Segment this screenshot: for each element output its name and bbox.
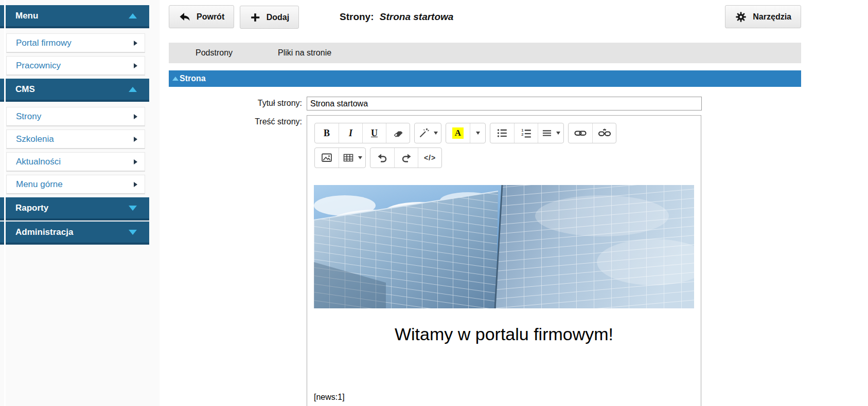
- underline-icon: U: [371, 128, 378, 139]
- codeview-icon: </>: [424, 154, 436, 162]
- editor-content[interactable]: Witamy w portalu firmowym! [news:1]: [307, 185, 701, 402]
- underline-button[interactable]: U: [362, 123, 386, 143]
- sidebar-item-label: Portal firmowy: [16, 38, 72, 48]
- title-field-label: Tytuł strony:: [169, 97, 307, 110]
- font-color-dropdown[interactable]: [470, 123, 485, 143]
- panel-title: Strona: [180, 74, 206, 83]
- back-button[interactable]: Powrót: [169, 5, 234, 28]
- content-shortcode: [news:1]: [314, 393, 694, 402]
- tab-pliki-na-stronie[interactable]: Pliki na stronie: [278, 48, 331, 58]
- magic-style-dropdown[interactable]: [415, 123, 441, 143]
- sidebar-edge-stripe: [4, 0, 6, 406]
- tab-podstrony[interactable]: Podstrony: [196, 48, 233, 58]
- style-group: [414, 123, 441, 143]
- codeview-button[interactable]: </>: [418, 148, 441, 168]
- italic-icon: I: [349, 128, 352, 139]
- wysiwyg-editor: B I U: [307, 115, 701, 406]
- table-icon: [342, 152, 355, 164]
- top-toolbar: Powrót Dodaj Strony: Strona startowa: [169, 0, 801, 36]
- sidebar-section-cms[interactable]: CMS: [0, 79, 149, 102]
- font-style-group: B I U: [314, 123, 410, 143]
- collapse-down-icon: [129, 230, 137, 235]
- clear-format-button[interactable]: [386, 123, 410, 143]
- chevron-right-icon: [134, 137, 137, 142]
- bold-button[interactable]: B: [315, 123, 339, 143]
- content-heading: Witamy w portalu firmowym!: [314, 324, 694, 345]
- undo-icon: [376, 152, 389, 164]
- svg-text:2: 2: [521, 132, 523, 137]
- page-title-separator: :: [370, 11, 374, 22]
- page-title-input[interactable]: [307, 97, 702, 110]
- ordered-list-icon: 1 2: [520, 127, 533, 139]
- insert-table-dropdown[interactable]: [339, 148, 365, 168]
- chevron-down-icon: [434, 132, 438, 135]
- chevron-right-icon: [134, 159, 137, 164]
- panel-header-strona[interactable]: Strona: [169, 70, 801, 87]
- font-color-button[interactable]: A: [446, 123, 470, 143]
- page-title: Strony: Strona startowa: [340, 11, 453, 23]
- chevron-down-icon: [358, 156, 362, 159]
- chevron-right-icon: [134, 63, 137, 68]
- app-window: Menu Portal firmowy Pracownicy CMS Stron…: [0, 0, 868, 406]
- page-title-value: Strona startowa: [380, 11, 454, 22]
- sidebar: Menu Portal firmowy Pracownicy CMS Stron…: [0, 0, 160, 406]
- link-icon: [574, 127, 587, 139]
- sidebar-item-label: Menu górne: [16, 179, 63, 190]
- insert-link-button[interactable]: [569, 123, 592, 143]
- content-image-buildings: [314, 185, 694, 308]
- sidebar-item-aktualnosci[interactable]: Aktualności: [6, 152, 145, 172]
- paragraph-group: 1 2: [490, 123, 564, 143]
- tab-bar: Podstrony Pliki na stronie: [169, 43, 801, 63]
- add-button-label: Dodaj: [267, 13, 289, 22]
- align-icon: [541, 127, 553, 139]
- sidebar-section-administracja[interactable]: Administracja: [0, 222, 149, 245]
- eraser-icon: [392, 127, 404, 139]
- sidebar-item-label: Pracownicy: [16, 61, 61, 71]
- page-title-section: Strony: [340, 11, 370, 22]
- sidebar-item-label: Szkolenia: [16, 134, 54, 144]
- sidebar-section-menu[interactable]: Menu: [0, 5, 149, 28]
- redo-icon: [400, 152, 413, 164]
- content-field-label: Treść strony:: [169, 115, 307, 406]
- sidebar-item-menu-gorne[interactable]: Menu górne: [6, 175, 145, 194]
- sidebar-item-strony[interactable]: Strony: [6, 107, 145, 126]
- page-form: Tytuł strony: Treść strony: B: [169, 97, 801, 406]
- editor-toolbar: B I U: [307, 116, 701, 168]
- sidebar-section-raporty[interactable]: Raporty: [0, 197, 149, 220]
- collapse-up-icon: [129, 13, 137, 19]
- unlink-button[interactable]: [592, 123, 616, 143]
- sidebar-item-szkolenia[interactable]: Szkolenia: [6, 130, 145, 149]
- back-arrow-icon: [179, 11, 191, 23]
- tools-button[interactable]: Narzędzia: [725, 5, 801, 28]
- unlink-icon: [598, 127, 611, 139]
- sidebar-item-pracownicy[interactable]: Pracownicy: [6, 56, 145, 76]
- chevron-right-icon: [134, 182, 137, 187]
- sidebar-item-portal-firmowy[interactable]: Portal firmowy: [6, 33, 145, 53]
- sidebar-section-label: Raporty: [15, 203, 48, 213]
- undo-button[interactable]: [370, 148, 394, 168]
- chevron-right-icon: [134, 41, 137, 46]
- italic-button[interactable]: I: [339, 123, 362, 143]
- align-dropdown[interactable]: [538, 123, 563, 143]
- sidebar-section-label: CMS: [15, 84, 35, 95]
- magic-wand-icon: [418, 127, 430, 139]
- font-color-icon: A: [452, 127, 464, 139]
- insert-group: [314, 147, 366, 168]
- ordered-list-button[interactable]: 1 2: [514, 123, 538, 143]
- collapse-up-icon: [129, 87, 137, 92]
- color-group: A: [446, 123, 486, 143]
- gear-icon: [735, 11, 747, 23]
- redo-button[interactable]: [394, 148, 418, 168]
- sidebar-item-label: Aktualności: [16, 157, 61, 167]
- unordered-list-icon: [496, 127, 508, 139]
- unordered-list-button[interactable]: [490, 123, 514, 143]
- chevron-down-icon: [556, 132, 560, 135]
- add-button[interactable]: Dodaj: [240, 6, 299, 29]
- back-button-label: Powrót: [197, 12, 224, 22]
- link-group: [568, 123, 616, 143]
- sidebar-section-label: Menu: [15, 11, 38, 21]
- sidebar-section-label: Administracja: [15, 227, 73, 237]
- chevron-right-icon: [134, 114, 137, 119]
- insert-picture-button[interactable]: [315, 148, 339, 168]
- sidebar-item-label: Strony: [16, 112, 41, 122]
